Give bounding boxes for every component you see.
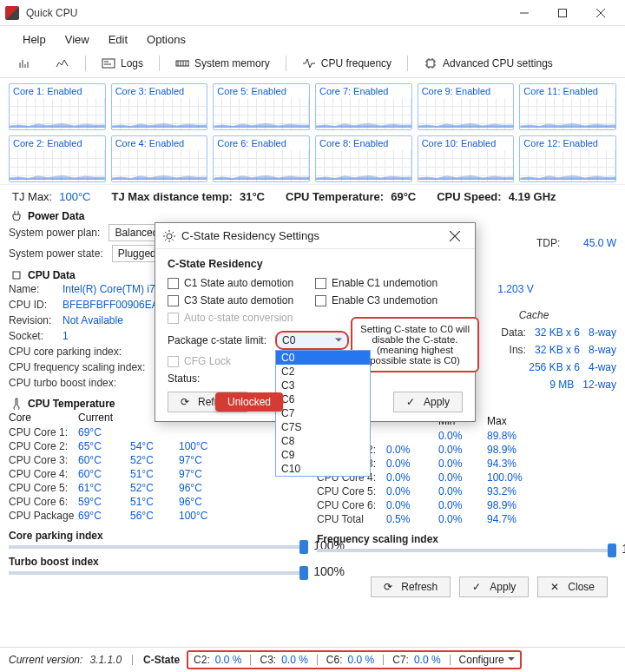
pkg-limit-dropdown[interactable]: C0 C0C2C3C6C7C7SC8C9C10	[275, 331, 349, 350]
pkg-limit-option[interactable]: C9	[276, 448, 370, 462]
configure-dropdown[interactable]: Configure	[459, 654, 515, 666]
core-graph	[10, 150, 105, 181]
core-graph	[112, 98, 207, 129]
fscale-slider[interactable]: 100%	[317, 549, 616, 552]
svg-rect-4	[13, 272, 20, 279]
cpu-rev-label: Revision:	[9, 314, 54, 326]
pkg-limit-option[interactable]: C3	[276, 379, 370, 392]
fscale-pct: 100%	[622, 542, 625, 556]
core-panel[interactable]: Core 1: Enabled	[9, 83, 106, 130]
tool-sparkline-2[interactable]	[49, 55, 76, 72]
menu-help[interactable]: Help	[14, 30, 55, 49]
core-panel[interactable]: Core 4: Enabled	[111, 135, 208, 182]
core-panel[interactable]: Core 8: Enabled	[315, 135, 412, 182]
table-row: CPU Core 5:0.0%0.0%93.2%	[317, 484, 616, 498]
version-label: Current version:	[9, 654, 82, 666]
l1d-value: 32 KB x 6	[535, 326, 580, 339]
pkg-limit-option[interactable]: C10	[276, 462, 370, 476]
menu-options[interactable]: Options	[138, 30, 194, 49]
gear-icon	[162, 229, 176, 243]
fscale-title: Frequency scaling index	[317, 533, 616, 545]
pkg-limit-option[interactable]: C7	[276, 406, 370, 420]
turbo-slider[interactable]: 100%	[9, 571, 308, 575]
c3-value: 0.0 %	[281, 654, 308, 666]
tool-advcpu-label: Advanced CPU settings	[443, 57, 553, 69]
park-slider[interactable]: 100%	[9, 545, 308, 549]
pkg-limit-option[interactable]: C8	[276, 434, 370, 448]
c1-auto-demotion-checkbox[interactable]: C1 State auto demotion	[168, 277, 306, 289]
tool-sparkline-1[interactable]	[12, 55, 40, 72]
menu-view[interactable]: View	[56, 30, 98, 49]
cpuspd-value: 4.19 GHz	[509, 190, 556, 203]
pkg-limit-option[interactable]: C0	[276, 351, 370, 365]
core-label: Core 11: Enabled	[520, 84, 615, 98]
core-panel[interactable]: Core 12: Enabled	[519, 135, 616, 182]
dialog-close-button[interactable]	[442, 227, 468, 246]
core-panel[interactable]: Core 6: Enabled	[213, 135, 310, 182]
c6-value: 0.0 %	[348, 654, 375, 666]
svg-point-5	[167, 234, 172, 239]
core-label: Core 8: Enabled	[316, 136, 411, 150]
window-close[interactable]	[582, 0, 620, 26]
core-label: Core 10: Enabled	[418, 136, 514, 150]
pkg-limit-option[interactable]: C2	[276, 365, 370, 379]
cpuspd-label: CPU Speed:	[437, 190, 501, 203]
pkg-limit-option[interactable]: C6	[276, 392, 370, 406]
main-close-button[interactable]: ✕Close	[537, 576, 608, 597]
main-refresh-button[interactable]: ⟳Refresh	[371, 576, 451, 597]
core-panel[interactable]: Core 11: Enabled	[519, 83, 616, 130]
c1-undemotion-checkbox[interactable]: Enable C1 undemotion	[315, 277, 454, 289]
core-panel[interactable]: Core 10: Enabled	[418, 135, 515, 182]
core-label: Core 3: Enabled	[112, 84, 207, 98]
check-icon: ✓	[472, 581, 484, 593]
main-apply-button[interactable]: ✓Apply	[459, 576, 529, 597]
dialog-apply-button[interactable]: ✓Apply	[393, 392, 463, 412]
memory-icon	[175, 57, 189, 69]
core-graph	[10, 98, 105, 129]
core-panel[interactable]: Core 9: Enabled	[418, 83, 515, 130]
core-graph	[418, 150, 514, 181]
cputemp-value: 69°C	[391, 190, 416, 203]
l1i-value: 32 KB x 6	[535, 344, 580, 356]
window-title: Quick CPU	[26, 7, 505, 19]
core-label: Core 2: Enabled	[10, 136, 105, 150]
l1d-label: Data:	[501, 326, 526, 339]
pkg-limit-label: Package c-state limit:	[168, 334, 266, 346]
core-label: Core 6: Enabled	[214, 136, 309, 150]
tool-cpufreq[interactable]: CPU frequency	[295, 55, 398, 72]
cache-label: Cache	[519, 309, 549, 321]
tool-sysmem[interactable]: System memory	[168, 55, 277, 72]
tool-advcpu[interactable]: Advanced CPU settings	[417, 55, 560, 72]
c3-undemotion-checkbox[interactable]: Enable C3 undemotion	[315, 294, 454, 306]
c3-auto-demotion-checkbox[interactable]: C3 State auto demotion	[168, 294, 306, 306]
park-title: Core parking index	[9, 530, 308, 542]
cpu-name-value: Intel(R) Core(TM) i7-	[62, 283, 159, 295]
window-minimize[interactable]	[505, 0, 543, 26]
cpu-fscale-label: CPU frequency scaling index:	[9, 361, 145, 373]
tjmax-value: 100°C	[59, 190, 90, 203]
tjdist-value: 31°C	[240, 190, 265, 203]
menu-edit[interactable]: Edit	[100, 30, 136, 49]
cpu-name-label: Name:	[9, 283, 54, 295]
core-panel[interactable]: Core 7: Enabled	[315, 83, 412, 130]
cpu-turbo-label: CPU turbo boost index:	[9, 377, 116, 389]
pulse-icon	[302, 57, 316, 69]
core-panel[interactable]: Core 2: Enabled	[9, 135, 106, 182]
core-graph	[520, 150, 615, 181]
tool-logs[interactable]: Logs	[95, 55, 150, 72]
core-panel[interactable]: Core 5: Enabled	[213, 83, 310, 130]
turbo-pct: 100%	[313, 564, 345, 578]
cpu-icon	[10, 269, 23, 281]
power-title: Power Data	[28, 210, 84, 222]
l2-value: 256 KB x 6	[529, 361, 580, 373]
svg-rect-0	[559, 9, 567, 16]
core-panel[interactable]: Core 3: Enabled	[111, 83, 208, 130]
table-row: CPU Core 2:65°C54°C100°C	[9, 439, 308, 453]
c7-value: 0.0 %	[414, 654, 441, 666]
menubar: Help View Edit Options	[0, 26, 625, 53]
pkg-limit-option[interactable]: C7S	[276, 420, 370, 434]
window-maximize[interactable]	[543, 0, 582, 26]
l3-value: 9 MB	[549, 379, 574, 391]
refresh-icon: ⟳	[384, 581, 396, 593]
auto-conversion-checkbox: Auto c-state conversion	[168, 312, 306, 324]
